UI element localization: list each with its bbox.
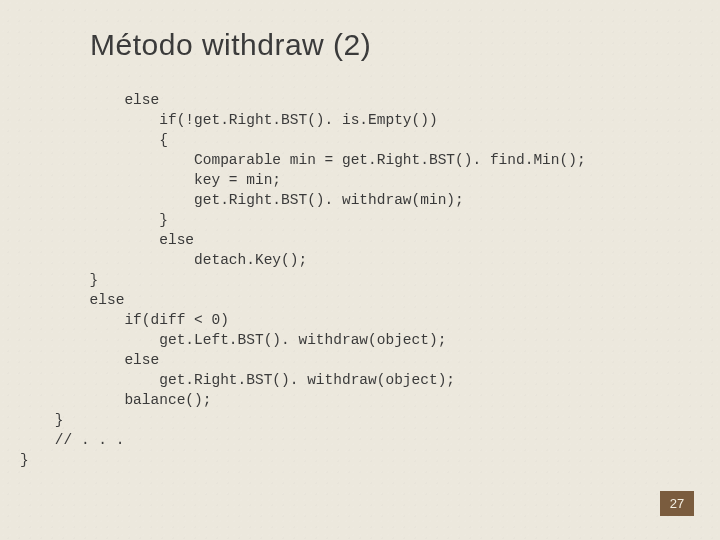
slide-container: Método withdraw (2) else if(!get.Right.B… [0, 0, 720, 540]
code-block: else if(!get.Right.BST(). is.Empty()) { … [20, 90, 720, 470]
page-number-badge: 27 [660, 491, 694, 516]
page-number-text: 27 [670, 496, 684, 511]
slide-title: Método withdraw (2) [90, 28, 720, 62]
